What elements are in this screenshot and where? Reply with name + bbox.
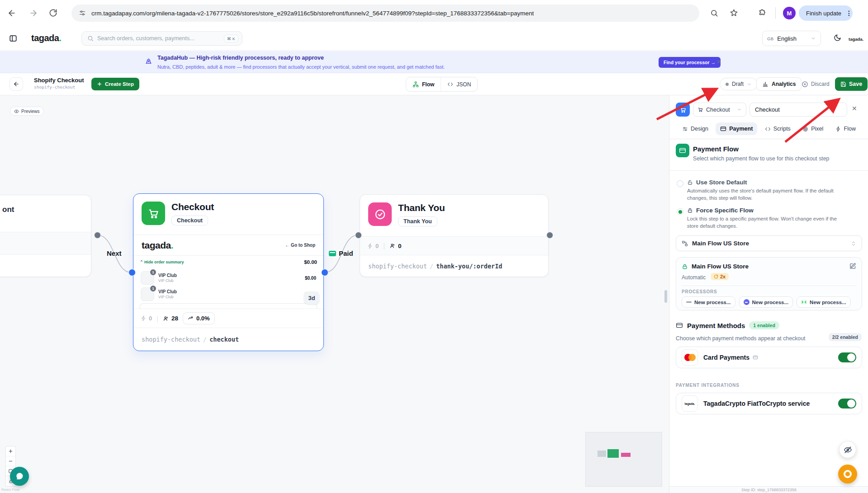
rocket-icon — [145, 58, 152, 66]
tab-scripts[interactable]: Scripts — [760, 122, 795, 135]
edit-icon[interactable] — [849, 263, 856, 269]
toolbar-divider — [775, 7, 776, 19]
bookmark-star-icon[interactable] — [730, 9, 738, 17]
storefront-node[interactable]: ont — [0, 195, 91, 277]
flow-card-divider — [682, 286, 856, 286]
tab-pixel[interactable]: Pixel — [798, 122, 828, 135]
chat-widget-button[interactable] — [10, 467, 29, 486]
browser-forward-icon[interactable] — [29, 9, 38, 18]
status-dropdown[interactable]: Draft — [720, 78, 758, 90]
processor-chip[interactable]: New process... — [739, 296, 793, 308]
browser-back-icon[interactable] — [7, 9, 16, 18]
save-button[interactable]: Save — [835, 77, 868, 91]
extensions-icon[interactable] — [758, 9, 767, 17]
help-fab[interactable] — [838, 465, 857, 484]
tab-payment[interactable]: Payment — [716, 122, 757, 135]
back-button[interactable] — [9, 77, 23, 91]
browser-profile-avatar[interactable]: M — [783, 7, 796, 19]
browser-reload-icon[interactable] — [49, 9, 57, 17]
dark-mode-icon[interactable] — [834, 34, 841, 42]
app-header: tagada. Search orders, customers, paymen… — [0, 27, 868, 51]
selected-flow-card: Main Flow US Store Automatic 2x PROCESSO… — [676, 257, 862, 310]
thankyou-stats: 0 | 0 — [360, 236, 548, 255]
checkout-preview-logo: tagada. — [142, 240, 173, 251]
days-badge: 3d — [304, 291, 319, 304]
step-selector-dropdown[interactable]: Checkout — [693, 103, 746, 117]
language-select[interactable]: GB English — [762, 31, 821, 46]
handle-thankyou-in[interactable] — [355, 232, 362, 239]
panel-close-icon[interactable]: ✕ — [852, 105, 857, 112]
target-icon — [802, 126, 808, 132]
site-settings-icon[interactable] — [79, 9, 86, 17]
tab-flow[interactable]: Flow — [831, 122, 860, 135]
tab-label: Payment — [729, 126, 753, 132]
address-bar[interactable]: crm.tagadapay.com/org/milena-tagada-v2-1… — [71, 5, 699, 22]
integration-toggle[interactable] — [838, 399, 856, 408]
events-count: 0 — [149, 315, 152, 322]
thankyou-node[interactable]: Thank You Thank You 0 | 0 shopify-checko… — [360, 194, 549, 277]
panel-resize-handle[interactable] — [664, 290, 667, 303]
hide-preview-fab[interactable] — [839, 441, 856, 458]
view-toggle: Flow JSON — [406, 77, 478, 92]
checkout-node[interactable]: Checkout Checkout tagada. ← Go to Shop ⌃… — [133, 193, 324, 351]
flow-card-mode: Automatic — [682, 274, 706, 281]
create-step-button[interactable]: Create Step — [91, 78, 139, 90]
quantity-badge: 1 — [150, 269, 156, 275]
handle-thankyou-out[interactable] — [546, 232, 553, 239]
status-label: Draft — [732, 81, 744, 87]
json-view-label: JSON — [456, 81, 471, 88]
global-search-input[interactable]: Search orders, customers, payments... ⌘ … — [81, 31, 242, 46]
find-processor-button[interactable]: Find your processor → — [659, 57, 721, 68]
app-logo-text: tagada — [31, 33, 59, 43]
checkout-node-badge: Checkout — [171, 216, 208, 225]
processor-chip[interactable]: New process... — [797, 296, 851, 308]
bar-chart-icon — [762, 81, 768, 87]
step-type-icon-button[interactable] — [676, 103, 690, 117]
json-view-tab[interactable]: JSON — [441, 77, 477, 91]
tagadacrypto-logo: tagada. — [682, 395, 698, 412]
mini-logo: tagada. — [849, 37, 863, 42]
card-payments-toggle[interactable] — [838, 352, 856, 362]
analytics-button[interactable]: Analytics — [756, 77, 802, 91]
payment-flow-title: Payment Flow — [693, 145, 739, 153]
thankyou-slug: shopify-checkout/thank-you/:orderId — [360, 255, 548, 277]
zoom-in-button[interactable] — [6, 446, 15, 456]
visitors-icon — [389, 243, 396, 249]
processor-chip[interactable]: New process... — [682, 296, 735, 308]
banner-close-icon[interactable]: ✕ — [716, 58, 721, 65]
option-use-store-default[interactable]: Use Store Default Automatically uses the… — [687, 179, 847, 202]
discard-button[interactable]: Discard — [802, 77, 830, 91]
zoom-out-button[interactable] — [6, 456, 15, 466]
processors-label: PROCESSORS — [682, 289, 717, 294]
option-force-specific-flow[interactable]: Force Specific Flow Lock this step to a … — [687, 207, 847, 230]
previews-button[interactable]: Previews — [10, 107, 44, 116]
storefront-node-stats — [0, 232, 91, 255]
product-variant: VIP Club — [158, 278, 177, 283]
tab-design[interactable]: Design — [678, 122, 713, 135]
chevron-down-icon — [811, 36, 816, 41]
flow-select[interactable]: Main Flow US Store — [676, 235, 862, 251]
thankyou-node-badge: Thank You — [398, 216, 437, 226]
radio-force-specific-flow[interactable] — [677, 208, 683, 215]
finish-update-button[interactable]: Finish update ⋮ — [799, 5, 853, 21]
handle-checkout-out[interactable] — [321, 269, 328, 276]
lock-icon — [687, 207, 693, 213]
handle-storefront-out[interactable] — [94, 232, 101, 239]
processor-name: New process... — [694, 300, 731, 305]
sidebar-toggle-icon[interactable] — [9, 34, 17, 42]
cart-icon — [142, 202, 165, 225]
workflow-icon — [682, 240, 688, 247]
processor-logo — [744, 299, 749, 305]
minimap[interactable] — [585, 432, 662, 487]
flow-canvas[interactable]: Previews ont Next Paid Checkout Checkout — [0, 95, 669, 493]
status-dot — [726, 83, 729, 86]
flow-view-tab[interactable]: Flow — [406, 77, 441, 91]
step-name-input[interactable] — [749, 103, 847, 117]
option-description: Lock this step to a specific payment flo… — [687, 216, 847, 230]
zoom-icon[interactable] — [710, 9, 718, 17]
radio-use-store-default[interactable] — [677, 180, 683, 187]
browser-menu-icon[interactable]: ⋮ — [846, 12, 847, 14]
handle-checkout-in[interactable] — [128, 269, 136, 276]
zap-icon — [835, 126, 841, 132]
app-logo[interactable]: tagada. — [31, 33, 62, 43]
